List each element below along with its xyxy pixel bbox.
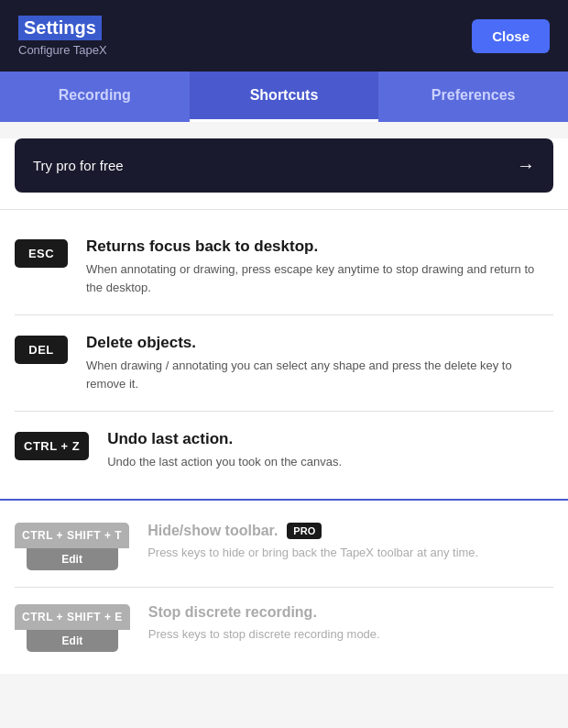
shortcut-ctrlz-desc: Undo the last action you took on the can… xyxy=(107,453,342,471)
pro-banner-arrow: → xyxy=(517,155,535,176)
pro-badge-toolbar: PRO xyxy=(287,523,322,539)
divider-top xyxy=(0,209,568,210)
close-button[interactable]: Close xyxy=(472,19,550,53)
app-header: Settings Configure TapeX Close xyxy=(0,0,568,72)
pro-key-toolbar-group: CTRL + SHIFT + T Edit xyxy=(15,523,129,570)
shortcut-esc-title: Returns focus back to desktop. xyxy=(86,237,553,256)
pro-key-toolbar: CTRL + SHIFT + T xyxy=(15,523,129,548)
shortcut-del-title: Delete objects. xyxy=(86,334,553,352)
tab-preferences[interactable]: Preferences xyxy=(378,72,568,122)
key-ctrlz: CTRL + Z xyxy=(15,432,89,460)
shortcut-del-info: Delete objects. When drawing / annotatin… xyxy=(86,334,553,392)
divider-2 xyxy=(15,411,553,412)
divider-1 xyxy=(15,314,553,315)
pro-banner[interactable]: Try pro for free → xyxy=(15,138,553,193)
shortcut-ctrlz: CTRL + Z Undo last action. Undo the last… xyxy=(15,415,553,486)
pro-shortcut-toolbar-info: Hide/show toolbar. PRO Press keys to hid… xyxy=(147,523,553,562)
shortcut-ctrlz-info: Undo last action. Undo the last action y… xyxy=(107,430,342,471)
pro-key-toolbar-edit[interactable]: Edit xyxy=(27,548,118,570)
pro-shortcut-discrete-info: Stop discrete recording. Press keys to s… xyxy=(148,604,553,644)
pro-shortcut-toolbar: CTRL + SHIFT + T Edit Hide/show toolbar.… xyxy=(15,510,553,583)
key-del: DEL xyxy=(15,336,68,364)
tab-bar: Recording Shortcuts Preferences xyxy=(0,72,568,122)
pro-shortcut-toolbar-desc: Press keys to hide or bring back the Tap… xyxy=(147,544,553,562)
tab-recording[interactable]: Recording xyxy=(0,72,190,122)
pro-shortcut-discrete-title: Stop discrete recording. xyxy=(148,604,317,621)
tab-shortcuts[interactable]: Shortcuts xyxy=(190,72,379,122)
main-content: Try pro for free → ESC Returns focus bac… xyxy=(0,138,568,674)
settings-title: Settings xyxy=(18,16,102,40)
pro-shortcut-toolbar-header: Hide/show toolbar. PRO xyxy=(147,523,553,539)
header-branding: Settings Configure TapeX xyxy=(18,16,107,57)
divider-blue xyxy=(0,499,568,501)
shortcut-del-desc: When drawing / annotating you can select… xyxy=(86,357,553,392)
pro-shortcut-toolbar-title: Hide/show toolbar. xyxy=(147,523,278,539)
pro-shortcut-list: CTRL + SHIFT + T Edit Hide/show toolbar.… xyxy=(0,504,568,674)
divider-pro xyxy=(15,587,553,588)
pro-key-discrete-edit[interactable]: Edit xyxy=(27,630,118,652)
pro-key-discrete-group: CTRL + SHIFT + E Edit xyxy=(15,604,130,652)
shortcut-ctrlz-title: Undo last action. xyxy=(107,430,342,448)
shortcut-esc-info: Returns focus back to desktop. When anno… xyxy=(86,237,553,296)
shortcut-esc-desc: When annotating or drawing, press escape… xyxy=(86,260,553,296)
header-subtitle: Configure TapeX xyxy=(18,43,107,57)
shortcut-list: ESC Returns focus back to desktop. When … xyxy=(0,214,568,495)
shortcut-esc: ESC Returns focus back to desktop. When … xyxy=(15,223,553,311)
key-esc: ESC xyxy=(15,239,68,268)
pro-banner-text: Try pro for free xyxy=(33,158,124,173)
pro-key-discrete: CTRL + SHIFT + E xyxy=(15,604,130,630)
shortcut-del: DEL Delete objects. When drawing / annot… xyxy=(15,319,553,407)
pro-shortcut-discrete-header: Stop discrete recording. xyxy=(148,604,553,621)
pro-shortcut-discrete: CTRL + SHIFT + E Edit Stop discrete reco… xyxy=(15,591,553,665)
app-title: Settings xyxy=(18,16,107,40)
pro-shortcut-discrete-desc: Press keys to stop discrete recording mo… xyxy=(148,625,553,644)
